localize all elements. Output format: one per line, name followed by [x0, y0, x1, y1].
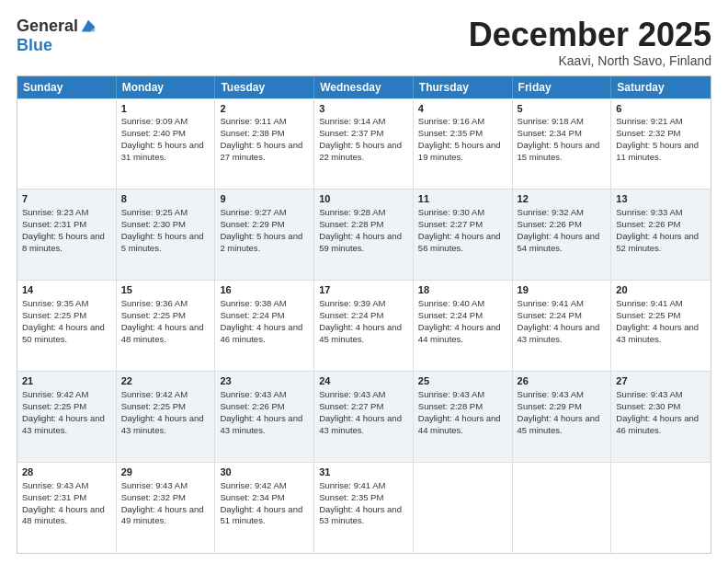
cal-cell-w4d0: 28Sunrise: 9:43 AMSunset: 2:31 PMDayligh…	[17, 463, 117, 553]
daylight: Daylight: 4 hours and 59 minutes.	[319, 231, 402, 253]
day-number: 22	[121, 374, 210, 388]
sunrise: Sunrise: 9:41 AM	[319, 480, 385, 490]
cal-cell-w1d1: 8Sunrise: 9:25 AMSunset: 2:30 PMDaylight…	[117, 190, 216, 280]
day-number: 8	[121, 192, 210, 206]
day-number: 29	[121, 465, 210, 479]
sunrise: Sunrise: 9:43 AM	[220, 389, 286, 399]
cal-cell-w4d1: 29Sunrise: 9:43 AMSunset: 2:32 PMDayligh…	[117, 463, 216, 553]
sunrise: Sunrise: 9:39 AM	[319, 298, 385, 308]
sunset: Sunset: 2:31 PM	[22, 219, 86, 229]
day-number: 5	[518, 102, 607, 116]
logo-general: General	[17, 17, 78, 36]
sunrise: Sunrise: 9:16 AM	[418, 116, 484, 126]
sunset: Sunset: 2:25 PM	[22, 310, 86, 320]
sunrise: Sunrise: 9:43 AM	[22, 480, 88, 490]
sunrise: Sunrise: 9:33 AM	[616, 207, 682, 217]
calendar-row-4: 21Sunrise: 9:42 AMSunset: 2:25 PMDayligh…	[17, 371, 711, 462]
svg-marker-1	[88, 27, 95, 31]
sunset: Sunset: 2:34 PM	[518, 128, 582, 138]
sunrise: Sunrise: 9:41 AM	[616, 298, 682, 308]
cal-cell-w0d5: 5Sunrise: 9:18 AMSunset: 2:34 PMDaylight…	[513, 99, 612, 190]
day-number: 27	[616, 374, 706, 388]
sunrise: Sunrise: 9:28 AM	[319, 207, 385, 217]
cal-cell-w1d5: 12Sunrise: 9:32 AMSunset: 2:26 PMDayligh…	[513, 190, 612, 280]
sunrise: Sunrise: 9:32 AM	[518, 207, 584, 217]
daylight: Daylight: 4 hours and 52 minutes.	[616, 231, 699, 253]
day-number: 7	[22, 192, 111, 206]
cal-cell-w2d0: 14Sunrise: 9:35 AMSunset: 2:25 PMDayligh…	[17, 281, 117, 371]
sunset: Sunset: 2:26 PM	[518, 219, 582, 229]
header-monday: Monday	[117, 76, 216, 98]
day-number: 14	[22, 283, 111, 297]
daylight: Daylight: 5 hours and 2 minutes.	[220, 231, 302, 253]
sunrise: Sunrise: 9:18 AM	[518, 116, 584, 126]
cal-cell-w0d4: 4Sunrise: 9:16 AMSunset: 2:35 PMDaylight…	[414, 99, 513, 190]
daylight: Daylight: 5 hours and 31 minutes.	[121, 140, 204, 162]
cal-cell-w4d3: 31Sunrise: 9:41 AMSunset: 2:35 PMDayligh…	[314, 463, 414, 553]
day-number: 19	[518, 283, 607, 297]
cal-cell-w3d1: 22Sunrise: 9:42 AMSunset: 2:25 PMDayligh…	[117, 372, 216, 462]
daylight: Daylight: 5 hours and 15 minutes.	[518, 140, 600, 162]
daylight: Daylight: 4 hours and 53 minutes.	[319, 504, 402, 526]
logo-blue: Blue	[17, 36, 52, 55]
sunset: Sunset: 2:25 PM	[121, 310, 186, 320]
sunrise: Sunrise: 9:43 AM	[616, 389, 682, 399]
day-number: 23	[220, 374, 309, 388]
cal-cell-w3d5: 26Sunrise: 9:43 AMSunset: 2:29 PMDayligh…	[513, 372, 612, 462]
cal-cell-w2d5: 19Sunrise: 9:41 AMSunset: 2:24 PMDayligh…	[513, 281, 612, 371]
cal-cell-w3d2: 23Sunrise: 9:43 AMSunset: 2:26 PMDayligh…	[215, 372, 314, 462]
day-number: 6	[616, 102, 706, 116]
header-wednesday: Wednesday	[314, 76, 414, 98]
day-number: 20	[616, 283, 706, 297]
cal-cell-w2d2: 16Sunrise: 9:38 AMSunset: 2:24 PMDayligh…	[215, 281, 314, 371]
sunset: Sunset: 2:37 PM	[319, 128, 383, 138]
sunrise: Sunrise: 9:35 AM	[22, 298, 88, 308]
cal-cell-w4d4	[414, 463, 513, 553]
calendar-row-3: 14Sunrise: 9:35 AMSunset: 2:25 PMDayligh…	[17, 280, 711, 371]
calendar-body: 1Sunrise: 9:09 AMSunset: 2:40 PMDaylight…	[17, 98, 711, 553]
sunset: Sunset: 2:30 PM	[121, 219, 186, 229]
sunrise: Sunrise: 9:25 AM	[121, 207, 188, 217]
cal-cell-w1d6: 13Sunrise: 9:33 AMSunset: 2:26 PMDayligh…	[611, 190, 711, 280]
sunrise: Sunrise: 9:23 AM	[22, 207, 88, 217]
cal-cell-w1d3: 10Sunrise: 9:28 AMSunset: 2:28 PMDayligh…	[314, 190, 414, 280]
sunrise: Sunrise: 9:41 AM	[518, 298, 584, 308]
day-number: 11	[418, 192, 507, 206]
daylight: Daylight: 4 hours and 48 minutes.	[22, 504, 105, 526]
sunset: Sunset: 2:25 PM	[616, 310, 680, 320]
sunrise: Sunrise: 9:14 AM	[319, 116, 385, 126]
day-number: 2	[220, 102, 309, 116]
daylight: Daylight: 4 hours and 50 minutes.	[22, 322, 105, 344]
day-number: 18	[418, 283, 507, 297]
sunrise: Sunrise: 9:30 AM	[418, 207, 484, 217]
sunrise: Sunrise: 9:36 AM	[121, 298, 188, 308]
sunset: Sunset: 2:27 PM	[418, 219, 483, 229]
day-number: 3	[319, 102, 408, 116]
cal-cell-w0d0	[17, 99, 117, 190]
daylight: Daylight: 4 hours and 54 minutes.	[518, 231, 600, 253]
title-area: December 2025 Kaavi, North Savo, Finland	[469, 17, 711, 68]
daylight: Daylight: 4 hours and 45 minutes.	[518, 413, 600, 435]
sunset: Sunset: 2:26 PM	[220, 401, 284, 411]
cal-cell-w2d4: 18Sunrise: 9:40 AMSunset: 2:24 PMDayligh…	[414, 281, 513, 371]
header-sunday: Sunday	[17, 76, 117, 98]
cal-cell-w2d1: 15Sunrise: 9:36 AMSunset: 2:25 PMDayligh…	[117, 281, 216, 371]
daylight: Daylight: 4 hours and 48 minutes.	[121, 322, 204, 344]
sunrise: Sunrise: 9:43 AM	[518, 389, 584, 399]
header: General Blue December 2025 Kaavi, North …	[17, 17, 711, 68]
sunset: Sunset: 2:26 PM	[616, 219, 680, 229]
cal-cell-w0d6: 6Sunrise: 9:21 AMSunset: 2:32 PMDaylight…	[611, 99, 711, 190]
daylight: Daylight: 4 hours and 46 minutes.	[220, 322, 302, 344]
sunset: Sunset: 2:38 PM	[220, 128, 284, 138]
day-number: 15	[121, 283, 210, 297]
cal-cell-w0d2: 2Sunrise: 9:11 AMSunset: 2:38 PMDaylight…	[215, 99, 314, 190]
sunset: Sunset: 2:24 PM	[319, 310, 383, 320]
daylight: Daylight: 5 hours and 27 minutes.	[220, 140, 302, 162]
sunrise: Sunrise: 9:09 AM	[121, 116, 188, 126]
sunset: Sunset: 2:28 PM	[418, 401, 483, 411]
calendar-row-2: 7Sunrise: 9:23 AMSunset: 2:31 PMDaylight…	[17, 189, 711, 280]
daylight: Daylight: 4 hours and 46 minutes.	[616, 413, 699, 435]
daylight: Daylight: 4 hours and 51 minutes.	[220, 504, 302, 526]
sunset: Sunset: 2:25 PM	[121, 401, 186, 411]
daylight: Daylight: 5 hours and 8 minutes.	[22, 231, 105, 253]
